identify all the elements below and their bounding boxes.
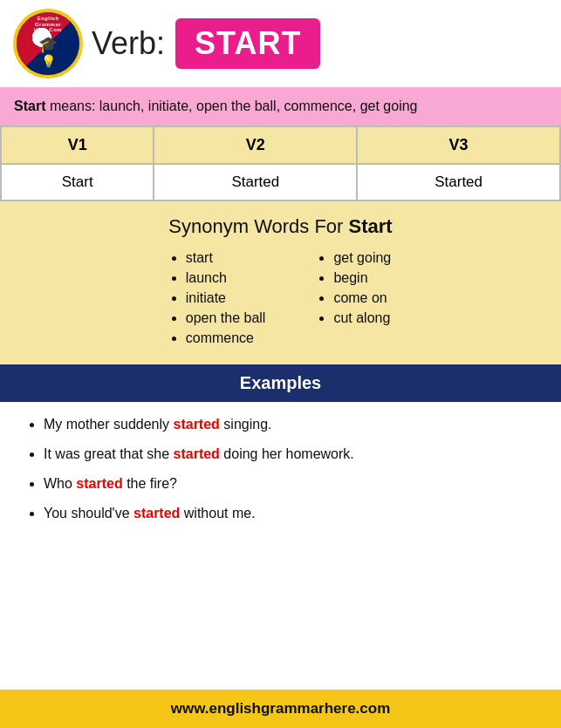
definition-means: means: launch, initiate, open the ball, … — [45, 99, 417, 113]
graduation-hat-icon: 🎓 — [38, 35, 58, 54]
table-row: Start Started Started — [1, 164, 560, 201]
table-header-v1: V1 — [1, 126, 154, 164]
highlight-started: started — [133, 506, 180, 520]
verb-label: Verb: — [92, 25, 165, 62]
footer: www.englishgrammarhere.com — [0, 690, 561, 728]
examples-header: Examples — [0, 364, 561, 402]
synonym-title-prefix: Synonym Words For — [168, 215, 348, 237]
header: EnglishGrammarHere.Com 🎓 💡 Verb: START — [0, 0, 561, 87]
table-cell-v1: Start — [1, 164, 154, 201]
synonym-columns: start launch initiate open the ball comm… — [17, 250, 544, 350]
list-item: come on — [333, 290, 391, 306]
highlight-started: started — [76, 476, 122, 491]
examples-body: My mother suddenly started singing. It w… — [0, 402, 561, 545]
list-item: It was great that she started doing her … — [44, 444, 535, 465]
definition-word: Start — [14, 99, 45, 113]
list-item: Who started the fire? — [44, 473, 535, 494]
synonym-col-1: start launch initiate open the ball comm… — [170, 250, 266, 350]
synonym-title: Synonym Words For Start — [17, 215, 544, 238]
lightbulb-icon: 💡 — [41, 54, 56, 68]
list-item: commence — [186, 330, 266, 346]
list-item: start — [186, 250, 266, 266]
highlight-started: started — [174, 417, 220, 432]
list-item: cut along — [333, 310, 391, 326]
footer-url: www.englishgrammarhere.com — [171, 700, 391, 717]
definition-bar: Start means: launch, initiate, open the … — [0, 87, 561, 126]
verb-table: V1 V2 V3 Start Started Started — [0, 126, 561, 201]
list-item: open the ball — [186, 310, 266, 326]
synonym-col-2: get going begin come on cut along — [318, 250, 391, 350]
table-cell-v3: Started — [357, 164, 560, 201]
synonym-section: Synonym Words For Start start launch ini… — [0, 201, 561, 364]
synonym-title-word: Start — [349, 215, 393, 237]
logo: EnglishGrammarHere.Com 🎓 💡 — [13, 9, 83, 78]
table-header-v2: V2 — [154, 126, 357, 164]
highlight-started: started — [174, 446, 220, 461]
list-item: get going — [333, 250, 391, 266]
verb-word-badge: START — [175, 18, 320, 69]
list-item: initiate — [186, 290, 266, 306]
list-item: launch — [186, 270, 266, 286]
list-item: You should've started without me. — [44, 503, 535, 524]
table-cell-v2: Started — [154, 164, 357, 201]
list-item: begin — [333, 270, 391, 286]
table-header-v3: V3 — [357, 126, 560, 164]
logo-arc-text: EnglishGrammarHere.Com — [34, 16, 62, 33]
list-item: My mother suddenly started singing. — [44, 414, 535, 435]
